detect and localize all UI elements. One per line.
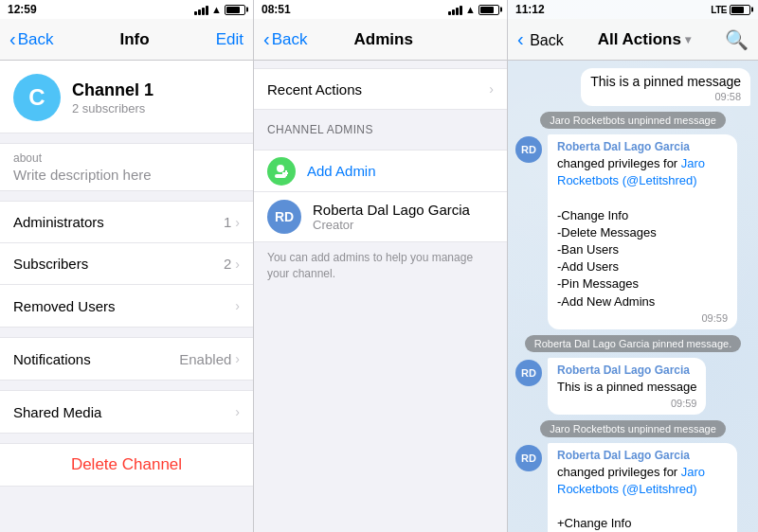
chevron-icon-shared: › bbox=[235, 404, 240, 419]
admin-row: RD Roberta Dal Lago Garcia Creator bbox=[254, 192, 507, 241]
chat-title[interactable]: All Actions ▾ bbox=[598, 30, 691, 49]
add-admin-label: Add Admin bbox=[307, 163, 376, 179]
system-msg-3: Jaro Rocketbots unpinned message bbox=[515, 418, 750, 439]
admin-initial: RD bbox=[275, 209, 294, 224]
admin-name: Roberta Dal Lago Garcia bbox=[313, 202, 470, 218]
chevron-icon-recent: › bbox=[489, 81, 494, 97]
msg-avatar-3: RD bbox=[515, 445, 542, 471]
administrators-right: 1 › bbox=[224, 214, 240, 230]
chevron-icon-notifs: › bbox=[235, 351, 240, 366]
menu-section: Administrators 1 › Subscribers 2 › Remov… bbox=[0, 201, 253, 328]
menu-item-notifications[interactable]: Notifications Enabled › bbox=[0, 338, 253, 380]
shared-media-section: Shared Media › bbox=[0, 390, 253, 434]
nav-bar-1: ‹ Back Info Edit bbox=[0, 19, 253, 61]
back-arrow-icon-2: ‹ bbox=[263, 28, 270, 50]
status-icons-1: ▲ bbox=[194, 4, 245, 15]
battery-icon-1 bbox=[225, 5, 245, 15]
msg-bubble-2: Roberta Dal Lago Garcia This is a pinned… bbox=[548, 358, 706, 415]
panel-info: 12:59 ▲ ‹ Back Info Edit C Channel bbox=[0, 0, 254, 532]
back-button-1[interactable]: ‹ Back bbox=[9, 28, 53, 50]
status-bar-2: 08:51 ▲ bbox=[254, 0, 507, 19]
admin-info: Roberta Dal Lago Garcia Creator bbox=[313, 202, 470, 232]
chevron-icon-admins: › bbox=[235, 215, 240, 230]
recent-actions-label: Recent Actions bbox=[267, 81, 362, 98]
admin-avatar: RD bbox=[267, 200, 301, 234]
bar2 bbox=[198, 9, 201, 15]
channel-info: Channel 1 2 subscribers bbox=[72, 80, 153, 115]
about-label: about bbox=[13, 151, 240, 165]
back-label-1: Back bbox=[18, 30, 54, 49]
msg-row-1: RD Roberta Dal Lago Garcia changed privi… bbox=[515, 134, 750, 329]
chat-title-text: All Actions bbox=[598, 30, 681, 49]
status-icons-3: LTE bbox=[711, 5, 750, 15]
system-msg-2: Roberta Dal Lago Garcia pinned message. bbox=[515, 333, 750, 354]
messages-area[interactable]: This is a pinned message 09:58 Jaro Rock… bbox=[508, 61, 758, 532]
chat-title-wrap: All Actions ▾ bbox=[598, 30, 691, 49]
wifi-icon-1: ▲ bbox=[211, 4, 222, 15]
bar4 bbox=[206, 6, 208, 15]
channel-avatar: C bbox=[13, 74, 61, 121]
person-add-icon bbox=[273, 163, 290, 180]
panel-admins: 08:51 ▲ ‹ Back Admins Recent Actions › C… bbox=[254, 0, 508, 532]
subscribers-count: 2 bbox=[224, 256, 231, 272]
admin-role: Creator bbox=[313, 218, 470, 232]
msg-text-1: changed privileges for Jaro Rocketbots (… bbox=[557, 155, 728, 310]
bar3 bbox=[202, 8, 205, 15]
administrators-count: 1 bbox=[224, 214, 231, 230]
system-msg-1: Jaro Rocketbots unpinned message bbox=[515, 110, 750, 131]
back-label-3: Back bbox=[530, 32, 564, 48]
msg-row-3: RD Roberta Dal Lago Garcia changed privi… bbox=[515, 443, 750, 532]
removed-users-label: Removed Users bbox=[13, 298, 116, 314]
channel-subscribers: 2 subscribers bbox=[72, 101, 153, 115]
nav-bar-2: ‹ Back Admins bbox=[254, 19, 507, 61]
add-admin-row[interactable]: Add Admin bbox=[254, 151, 507, 192]
msg-bubble-1: Roberta Dal Lago Garcia changed privileg… bbox=[548, 134, 737, 329]
msg-sender-2: Roberta Dal Lago Garcia bbox=[557, 364, 696, 377]
menu-item-shared-media[interactable]: Shared Media › bbox=[0, 391, 253, 433]
system-text-1: Jaro Rocketbots unpinned message bbox=[540, 112, 726, 129]
highlight-1: Jaro Rocketbots (@Letitshred) bbox=[557, 156, 705, 187]
subscribers-label: Subscribers bbox=[13, 256, 88, 272]
menu-item-administrators[interactable]: Administrators 1 › bbox=[0, 202, 253, 243]
system-text-3: Jaro Rocketbots unpinned message bbox=[540, 420, 726, 437]
shared-media-right: › bbox=[231, 404, 240, 419]
shared-media-label: Shared Media bbox=[13, 404, 101, 420]
edit-button[interactable]: Edit bbox=[216, 30, 244, 49]
status-icons-2: ▲ bbox=[448, 4, 499, 15]
msg-sender-3: Roberta Dal Lago Garcia bbox=[557, 449, 728, 462]
search-button[interactable]: 🔍 bbox=[725, 28, 749, 51]
status-bar-3: 11:12 LTE bbox=[508, 0, 758, 19]
lte-icon: LTE bbox=[711, 5, 727, 15]
svg-point-0 bbox=[277, 165, 284, 172]
administrators-label: Administrators bbox=[13, 214, 104, 230]
chevron-icon-subs: › bbox=[235, 257, 240, 272]
highlight-2: Jaro Rocketbots (@Letitshred) bbox=[557, 465, 705, 496]
pinned-time: 09:58 bbox=[590, 91, 741, 102]
recent-actions-row[interactable]: Recent Actions › bbox=[254, 68, 507, 110]
back-label-2: Back bbox=[272, 30, 308, 49]
chevron-icon-removed: › bbox=[235, 298, 240, 313]
pinned-bubble: This is a pinned message 09:58 bbox=[581, 68, 750, 106]
notifications-value: Enabled bbox=[179, 351, 231, 367]
nav-title-2: Admins bbox=[354, 30, 413, 49]
delete-channel-section[interactable]: Delete Channel bbox=[0, 443, 253, 487]
menu-item-subscribers[interactable]: Subscribers 2 › bbox=[0, 243, 253, 285]
add-admin-icon bbox=[267, 157, 296, 186]
status-time-3: 11:12 bbox=[515, 3, 545, 16]
battery-icon-3 bbox=[730, 5, 750, 15]
delete-channel-label: Delete Channel bbox=[13, 455, 240, 474]
menu-item-removed-users[interactable]: Removed Users › bbox=[0, 285, 253, 327]
msg-time-2: 09:59 bbox=[557, 398, 696, 409]
back-button-2[interactable]: ‹ Back bbox=[263, 28, 307, 50]
msg-time-1: 09:59 bbox=[557, 312, 728, 324]
status-bar-1: 12:59 ▲ bbox=[0, 0, 253, 19]
panel-chat: 11:12 LTE ‹ Back All Actions ▾ 🔍 This is… bbox=[508, 0, 758, 532]
removed-users-right: › bbox=[231, 298, 240, 313]
channel-admins-header: CHANNEL ADMINS bbox=[254, 117, 507, 140]
channel-initial: C bbox=[28, 84, 45, 111]
bar1 bbox=[194, 11, 197, 15]
back-button-3[interactable]: ‹ Back bbox=[517, 28, 564, 50]
pinned-text: This is a pinned message bbox=[590, 74, 741, 89]
notifications-section: Notifications Enabled › bbox=[0, 337, 253, 381]
msg-text-2: This is a pinned message bbox=[557, 379, 696, 396]
